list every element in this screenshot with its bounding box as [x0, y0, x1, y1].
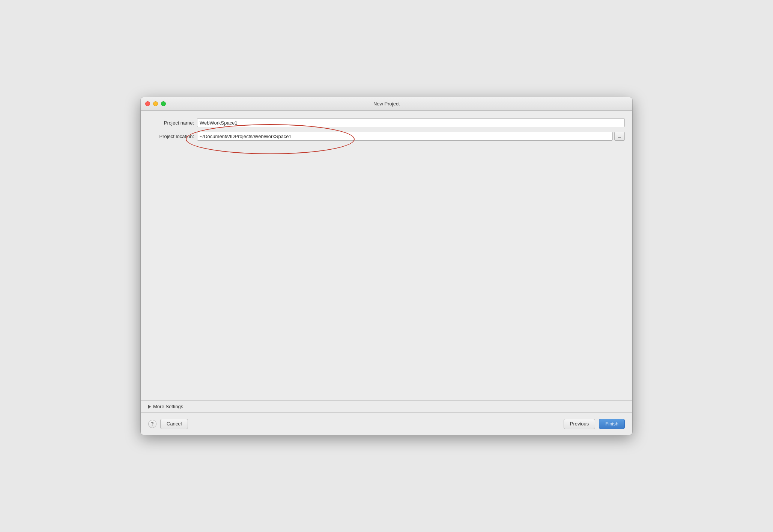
- project-name-label: Project name:: [148, 120, 197, 126]
- footer-right: Previous Finish: [564, 419, 625, 429]
- dialog-title: New Project: [373, 101, 400, 107]
- title-bar: New Project: [141, 97, 632, 111]
- more-settings-label: More Settings: [153, 404, 183, 409]
- project-location-field-group: ...: [197, 132, 625, 141]
- project-name-row: Project name:: [148, 118, 625, 127]
- finish-button[interactable]: Finish: [599, 419, 625, 429]
- minimize-button[interactable]: [153, 101, 158, 106]
- project-location-label: Project location:: [148, 134, 197, 139]
- footer-bar: ? Cancel Previous Finish: [141, 412, 632, 435]
- maximize-button[interactable]: [161, 101, 166, 106]
- close-button[interactable]: [145, 101, 150, 106]
- more-settings-section: More Settings: [141, 400, 632, 412]
- browse-button[interactable]: ...: [614, 132, 625, 141]
- footer-left: ? Cancel: [148, 419, 188, 429]
- project-location-input[interactable]: [197, 132, 613, 141]
- cancel-button[interactable]: Cancel: [160, 419, 188, 429]
- project-name-input[interactable]: [197, 118, 625, 127]
- content-area: Project name: Project location: ...: [141, 111, 632, 400]
- more-settings-toggle[interactable]: More Settings: [148, 404, 625, 409]
- dialog-window: New Project Project name: Project locati…: [141, 97, 632, 435]
- previous-button[interactable]: Previous: [564, 419, 596, 429]
- help-button[interactable]: ?: [148, 420, 156, 428]
- expand-triangle-icon: [148, 405, 151, 409]
- window-controls: [145, 101, 166, 106]
- project-location-row: Project location: ...: [148, 132, 625, 141]
